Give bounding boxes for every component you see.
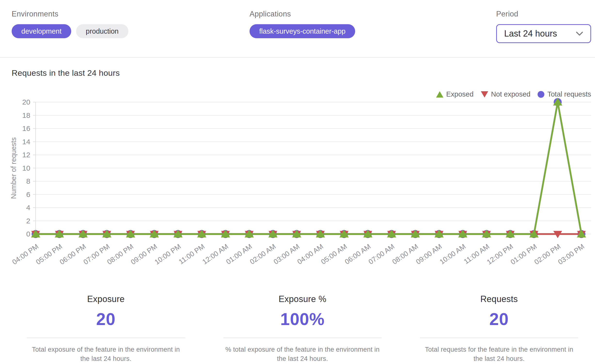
applications-label: Applications: [250, 10, 496, 18]
environments-filter: Environments development production: [12, 10, 250, 38]
legend-item-not-exposed[interactable]: Not exposed: [481, 90, 531, 98]
y-tick-label: 8: [26, 177, 30, 185]
requests-line-chart: 02468101214161820Number of requests04:00…: [0, 82, 595, 268]
x-tick-label: 09:00 PM: [129, 243, 158, 266]
x-tick-label: 02:00 PM: [533, 243, 562, 266]
not-exposed-triangle-down-icon: [481, 91, 488, 98]
y-tick-label: 4: [26, 204, 30, 212]
legend-label: Not exposed: [491, 90, 531, 98]
exposed-triangle-up-icon: [436, 91, 443, 98]
x-tick-label: 12:00 PM: [485, 243, 515, 266]
stat-value: 20: [420, 310, 578, 329]
stat-description: Total requests for the feature in the en…: [420, 345, 578, 364]
total-requests-circle-icon: [538, 91, 544, 98]
y-tick-label: 10: [22, 164, 30, 172]
y-tick-label: 20: [22, 98, 30, 106]
chart-title: Requests in the last 24 hours: [12, 68, 595, 78]
period-select[interactable]: Last 24 hours: [496, 24, 591, 43]
y-tick-label: 14: [22, 138, 30, 146]
stat-description: % total exposure of the feature in the e…: [224, 345, 382, 364]
filter-bar: Environments development production Appl…: [0, 0, 595, 43]
y-tick-label: 12: [22, 151, 30, 159]
x-tick-label: 09:00 AM: [415, 243, 443, 266]
stat-divider: [27, 338, 185, 338]
environment-chip-production[interactable]: production: [76, 24, 128, 38]
x-tick-label: 10:00 AM: [438, 243, 467, 266]
stat-title: Exposure: [27, 294, 185, 304]
chevron-down-icon: [576, 31, 583, 36]
x-tick-label: 02:00 AM: [248, 243, 277, 266]
environments-label: Environments: [12, 10, 250, 18]
stat-divider: [420, 338, 578, 338]
x-tick-label: 01:00 PM: [509, 243, 538, 266]
period-label: Period: [496, 10, 591, 18]
application-chip-flask-surveys-container-app[interactable]: flask-surveys-container-app: [250, 24, 355, 38]
chart-legend: Exposed Not exposed Total requests: [436, 90, 591, 98]
stat-exposure: Exposure 20 Total exposure of the featur…: [27, 294, 185, 364]
y-tick-label: 16: [22, 124, 30, 132]
x-tick-label: 04:00 AM: [296, 243, 325, 266]
applications-filter: Applications flask-surveys-container-app: [250, 10, 496, 38]
y-tick-label: 6: [26, 190, 30, 198]
stat-divider: [224, 338, 382, 338]
x-tick-label: 07:00 AM: [367, 243, 396, 266]
x-tick-label: 12:00 AM: [201, 243, 230, 266]
application-chips: flask-surveys-container-app: [250, 24, 496, 38]
legend-label: Exposed: [446, 90, 474, 98]
stat-value: 100%: [224, 310, 382, 329]
stats-row: Exposure 20 Total exposure of the featur…: [27, 294, 578, 364]
x-tick-label: 01:00 AM: [225, 243, 253, 266]
x-tick-label: 03:00 AM: [272, 243, 301, 266]
y-tick-label: 0: [26, 230, 30, 238]
x-tick-label: 07:00 PM: [82, 243, 111, 266]
chart-section: Exposed Not exposed Total requests 02468…: [0, 82, 595, 269]
stat-title: Exposure %: [224, 294, 382, 304]
legend-item-total-requests[interactable]: Total requests: [538, 90, 591, 98]
y-axis-label: Number of requests: [10, 137, 17, 199]
x-tick-label: 06:00 AM: [343, 243, 372, 266]
x-tick-label: 05:00 PM: [34, 243, 63, 266]
environment-chips: development production: [12, 24, 250, 38]
section-divider: [0, 57, 595, 58]
legend-item-exposed[interactable]: Exposed: [436, 90, 474, 98]
x-tick-label: 05:00 AM: [320, 243, 348, 266]
stat-title: Requests: [420, 294, 578, 304]
environment-chip-development[interactable]: development: [12, 24, 71, 38]
period-select-value: Last 24 hours: [504, 29, 557, 39]
stat-exposure-percent: Exposure % 100% % total exposure of the …: [224, 294, 382, 364]
stat-requests: Requests 20 Total requests for the featu…: [420, 294, 578, 364]
x-tick-label: 06:00 PM: [58, 243, 87, 266]
stat-description: Total exposure of the feature in the env…: [27, 345, 185, 364]
x-tick-label: 08:00 AM: [391, 243, 420, 266]
y-tick-label: 2: [26, 217, 30, 225]
x-tick-label: 08:00 PM: [106, 243, 135, 266]
x-tick-label: 03:00 PM: [556, 243, 586, 266]
x-tick-label: 04:00 PM: [11, 243, 40, 266]
x-tick-label: 11:00 AM: [462, 243, 491, 265]
period-filter: Period Last 24 hours: [496, 10, 591, 43]
legend-label: Total requests: [547, 90, 591, 98]
y-tick-label: 18: [22, 111, 30, 119]
stat-value: 20: [27, 310, 185, 329]
x-tick-label: 10:00 PM: [153, 243, 182, 266]
x-tick-label: 11:00 PM: [177, 243, 206, 266]
